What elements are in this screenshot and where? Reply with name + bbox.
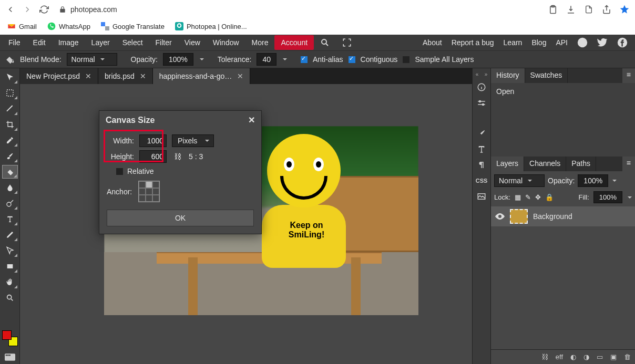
units-select[interactable]: Pixels [172,134,214,147]
foreground-color-well[interactable] [2,330,12,340]
add-mask-icon[interactable]: ◐ [570,353,576,361]
document-tab[interactable]: brids.psd ✕ [98,68,153,84]
bookmark-gmail[interactable]: Gmail [7,22,37,30]
relative-checkbox[interactable] [116,168,123,175]
document-tab[interactable]: happiness-and-a-go… ✕ [153,68,251,84]
tool-eyedropper[interactable] [2,133,18,147]
anchor-grid[interactable] [138,181,160,202]
tool-blur[interactable] [2,181,18,194]
link-reportbug[interactable]: Report a bug [452,38,494,47]
tool-wand[interactable] [2,102,18,116]
lock-position-icon[interactable]: ✥ [535,193,541,201]
menubar-search-icon[interactable] [314,35,336,50]
document-tab[interactable]: New Project.psd ✕ [20,68,98,84]
layer-row[interactable]: Background [491,206,635,226]
forward-button[interactable] [22,4,33,15]
antialias-checkbox[interactable] [301,56,308,63]
color-wells[interactable] [2,330,18,346]
gallery-panel-icon[interactable] [475,191,488,202]
link-icon[interactable]: ⛓ [172,152,183,161]
brush-panel-icon[interactable] [475,128,488,139]
tab-channels[interactable]: Channels [524,157,566,171]
effects-label[interactable]: eff [556,353,563,361]
tool-pathselect[interactable] [2,244,18,257]
layer-opacity-value[interactable]: 100% [578,174,608,187]
ok-button[interactable]: OK [107,210,254,226]
bookmark-whatsapp[interactable]: WhatsApp [47,22,90,30]
twitter-icon[interactable] [597,37,608,48]
fill-value[interactable]: 100% [593,191,622,203]
address-bar[interactable]: photopea.com [56,5,541,14]
character-panel-icon[interactable] [475,143,488,155]
facebook-icon[interactable] [617,37,628,48]
tab-paths[interactable]: Paths [566,157,596,171]
menu-edit[interactable]: Edit [27,35,52,50]
height-input[interactable] [139,150,167,163]
tool-dodge[interactable] [2,196,18,210]
clipboard-icon[interactable] [548,4,558,15]
menu-view[interactable]: View [178,35,207,50]
close-tab-icon[interactable]: ✕ [140,72,146,80]
menu-select[interactable]: Select [116,35,149,50]
link-blog[interactable]: Blog [531,38,546,47]
link-learn[interactable]: Learn [504,38,523,47]
close-icon[interactable]: ✕ [248,115,255,125]
menu-layer[interactable]: Layer [85,35,116,50]
panel-menu-icon[interactable]: ≡ [622,68,635,83]
menu-file[interactable]: File [2,35,27,50]
page-icon[interactable] [583,4,594,15]
delete-layer-icon[interactable]: 🗑 [624,353,631,361]
width-input[interactable] [139,134,167,147]
close-tab-icon[interactable]: ✕ [237,72,243,80]
new-layer-icon[interactable]: ▣ [610,353,617,361]
tool-pen[interactable] [2,228,18,242]
history-entry[interactable]: Open [491,85,635,98]
tab-history[interactable]: History [491,68,525,83]
menu-window[interactable]: Window [207,35,245,50]
sampleall-checkbox[interactable] [403,56,409,63]
lock-pixels-icon[interactable]: ▦ [515,193,521,201]
visibility-eye-icon[interactable] [495,213,505,220]
blend-mode-select[interactable]: Normal [67,53,117,66]
adjustment-icon[interactable]: ◑ [583,353,589,361]
install-icon[interactable] [566,4,576,15]
reload-button[interactable] [39,4,49,15]
menu-image[interactable]: Image [52,35,85,50]
tool-move[interactable] [2,70,18,84]
info-panel-icon[interactable] [475,81,488,93]
close-tab-icon[interactable]: ✕ [85,72,91,80]
canvas-area[interactable]: Keep onSmiLing! Canvas Size ✕ Width: Pix… [20,84,472,364]
bookmark-star-icon[interactable] [619,4,630,15]
lock-brush-icon[interactable]: ✎ [525,193,531,201]
tab-layers[interactable]: Layers [491,157,524,171]
tool-brush[interactable] [2,149,18,163]
paragraph-panel-icon[interactable] [475,159,488,171]
fullscreen-icon[interactable] [336,35,358,50]
account-button[interactable]: Account [274,35,314,50]
panel-menu-icon[interactable]: ≡ [622,157,635,171]
adjust-panel-icon[interactable] [475,97,488,109]
link-layers-icon[interactable]: ⛓ [541,353,548,361]
tool-hand[interactable] [2,275,18,289]
tolerance-value[interactable]: 40 [257,53,276,66]
tool-zoom[interactable] [2,291,18,305]
reddit-icon[interactable] [577,37,588,48]
tab-swatches[interactable]: Swatches [525,68,568,83]
lock-all-icon[interactable]: 🔒 [545,193,554,201]
tool-marquee[interactable] [2,86,18,100]
bookmark-photopea[interactable]: Photopea | Online... [175,22,247,30]
opacity-value[interactable]: 100% [163,53,193,66]
contiguous-checkbox[interactable] [349,56,355,63]
share-icon[interactable] [601,4,612,15]
tool-keyboard-icon[interactable] [2,350,18,364]
menu-filter[interactable]: Filter [149,35,178,50]
link-api[interactable]: API [556,38,568,47]
tool-crop[interactable] [2,118,18,131]
menu-more[interactable]: More [245,35,275,50]
new-folder-icon[interactable]: ▭ [597,353,603,361]
collapse-panels-icon[interactable]: «» [473,71,490,77]
css-panel-icon[interactable]: CSS [475,175,488,186]
layer-blend-select[interactable]: Normal [494,174,545,187]
tool-rectangle[interactable] [2,259,18,273]
bookmark-translate[interactable]: Google Translate [101,22,165,30]
